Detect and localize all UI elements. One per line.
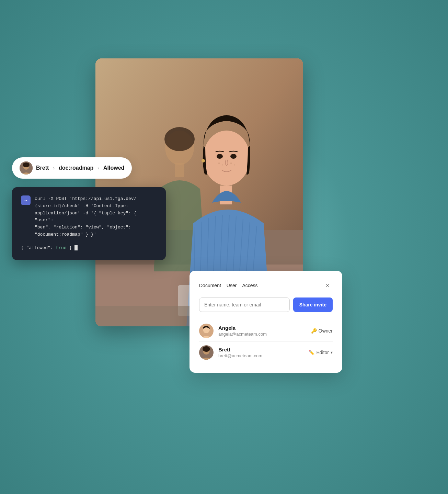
share-dialog: Document User Access × Share invite Ange… [189, 271, 342, 373]
svg-point-18 [203, 131, 250, 186]
angela-name: Angela [218, 325, 306, 331]
svg-point-24 [234, 165, 235, 166]
terminal-result: { "allowed": true } [21, 245, 157, 252]
terminal-command: curl -X POST 'https://api.us1.fga.dev/{s… [35, 195, 157, 238]
role-chevron-icon: ▾ [331, 350, 333, 355]
breadcrumb-user: Brett [36, 165, 49, 171]
svg-point-23 [230, 162, 232, 164]
user-row-angela: Angela angela@acmeteam.com 🔑 Owner [199, 320, 333, 341]
svg-point-33 [23, 162, 30, 167]
angela-avatar [199, 324, 214, 338]
brett-email: brett@acmeteam.com [218, 353, 304, 358]
breadcrumb-pill: Brett › doc:roadmap › Allowed [12, 157, 132, 179]
tab-user[interactable]: User [227, 283, 237, 288]
svg-point-22 [222, 165, 223, 166]
close-button[interactable]: × [322, 280, 333, 291]
tab-access[interactable]: Access [242, 283, 257, 288]
angela-role: 🔑 Owner [311, 328, 333, 334]
invite-row: Share invite [199, 297, 333, 312]
svg-point-25 [202, 159, 205, 162]
svg-point-21 [218, 162, 220, 164]
angela-info: Angela angela@acmeteam.com [218, 325, 306, 337]
invite-input[interactable] [199, 297, 290, 312]
brett-role[interactable]: ✏️ Editor ▾ [309, 350, 333, 355]
svg-point-38 [203, 346, 210, 352]
dialog-header: Document User Access × [199, 280, 333, 291]
brett-name: Brett [218, 347, 304, 352]
svg-rect-6 [175, 163, 184, 177]
angela-email: angela@acmeteam.com [218, 332, 306, 337]
terminal-cursor [74, 245, 78, 250]
angela-role-label: Owner [319, 328, 333, 334]
breadcrumb-sep-1: › [53, 165, 55, 171]
owner-icon: 🔑 [311, 328, 317, 334]
breadcrumb-status: Allowed [103, 165, 124, 171]
brett-role-label: Editor [316, 350, 329, 355]
svg-point-5 [164, 127, 195, 151]
editor-icon: ✏️ [309, 350, 314, 355]
terminal-icon: ~ [21, 195, 31, 205]
svg-point-20 [230, 154, 237, 159]
svg-point-19 [217, 154, 223, 159]
share-invite-button[interactable]: Share invite [293, 297, 333, 312]
brett-info: Brett brett@acmeteam.com [218, 347, 304, 358]
terminal-card: ~ curl -X POST 'https://api.us1.fga.dev/… [12, 187, 166, 260]
dialog-tabs: Document User Access [199, 283, 258, 288]
brett-dialog-avatar [199, 345, 214, 360]
breadcrumb-resource: doc:roadmap [59, 165, 93, 171]
user-row-brett: Brett brett@acmeteam.com ✏️ Editor ▾ [199, 341, 333, 363]
brett-avatar [20, 161, 33, 175]
tab-document[interactable]: Document [199, 283, 221, 288]
breadcrumb-sep-2: › [97, 165, 99, 171]
